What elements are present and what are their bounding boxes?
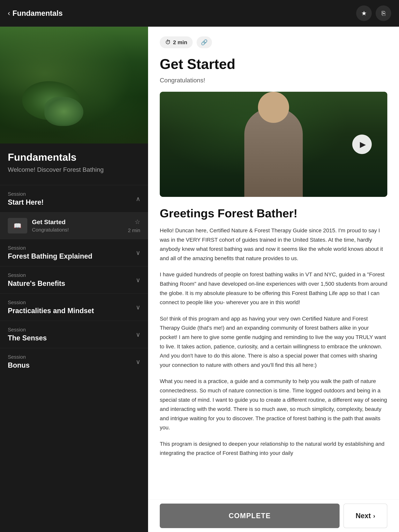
lesson-get-started[interactable]: 📖 Get Started Congratulations! ☆ 2 min (0, 212, 148, 239)
session-label-4: Session (8, 299, 94, 305)
bottom-buttons: COMPLETE Next › (148, 500, 399, 532)
next-label: Next (355, 512, 371, 520)
nav-actions: ★ ⎘ (356, 6, 391, 21)
content-title: Get Started (160, 56, 387, 72)
session-label-2: Session (8, 245, 92, 251)
session-title-practicalities: Practicalities and Mindset (8, 307, 94, 315)
session-label-group-6: Session Bonus (8, 354, 30, 369)
chevron-down-icon-2: ∨ (136, 249, 140, 256)
session-header-natures-benefits[interactable]: Session Nature's Benefits ∨ (0, 266, 148, 293)
share-button[interactable]: ⎘ (376, 6, 391, 21)
main-layout: Fundamentals Welcome! Discover Forest Ba… (0, 27, 399, 532)
time-badge: ⏱ 2 min (160, 36, 193, 48)
body-paragraph-2: I have guided hundreds of people on fore… (160, 270, 387, 307)
sidebar-info: Fundamentals Welcome! Discover Forest Ba… (0, 144, 148, 185)
time-label: 2 min (173, 39, 187, 45)
session-header-bonus[interactable]: Session Bonus ∨ (0, 348, 148, 375)
session-title-the-senses: The Senses (8, 334, 47, 342)
session-label-5: Session (8, 327, 47, 333)
video-background: ▶ (160, 92, 387, 197)
lesson-info: Get Started Congratulations! (32, 218, 123, 233)
session-title-bonus: Bonus (8, 361, 30, 369)
lesson-title: Get Started (32, 218, 123, 226)
session-label-group-3: Session Nature's Benefits (8, 272, 65, 288)
session-label-group: Session Start Here! (8, 191, 44, 206)
video-person-figure (244, 107, 303, 197)
session-item-bonus[interactable]: Session Bonus ∨ (0, 348, 148, 375)
clock-icon: ⏱ (165, 39, 171, 45)
lesson-thumbnail: 📖 (8, 218, 27, 234)
session-title-natures-benefits: Nature's Benefits (8, 279, 65, 287)
session-header-forest-bathing[interactable]: Session Forest Bathing Explained ∨ (0, 239, 148, 266)
content-congrats: Congratulations! (160, 77, 387, 84)
complete-button[interactable]: COMPLETE (160, 504, 340, 528)
hero-forest-image (0, 27, 148, 144)
content-time-row: ⏱ 2 min 🔗 (160, 36, 387, 48)
next-chevron-icon: › (373, 512, 375, 519)
sidebar: Fundamentals Welcome! Discover Forest Ba… (0, 27, 148, 532)
chevron-up-icon: ∧ (136, 195, 140, 203)
chevron-down-icon-3: ∨ (136, 276, 140, 284)
lesson-meta: ☆ 2 min (128, 218, 140, 234)
lesson-subtitle: Congratulations! (32, 227, 123, 233)
back-button[interactable]: ‹ Fundamentals (8, 9, 63, 18)
session-label-6: Session (8, 354, 30, 360)
sidebar-hero-image (0, 27, 148, 144)
session-label-3: Session (8, 272, 65, 278)
body-paragraph-5: This program is designed to deepen your … (160, 439, 387, 458)
course-subtitle: Welcome! Discover Forest Bathing (8, 166, 140, 173)
session-title-forest-bathing: Forest Bathing Explained (8, 252, 92, 260)
body-paragraph-4: What you need is a practice, a guide and… (160, 377, 387, 432)
book-icon: 📖 (14, 222, 21, 229)
play-icon: ▶ (360, 140, 366, 149)
next-button[interactable]: Next › (343, 504, 387, 528)
session-item-natures-benefits[interactable]: Session Nature's Benefits ∨ (0, 266, 148, 293)
star-icon: ★ (361, 10, 367, 17)
session-label: Session (8, 191, 44, 197)
share-icon: ⎘ (382, 10, 385, 17)
course-title: Fundamentals (8, 151, 140, 163)
link-icon: 🔗 (201, 39, 208, 45)
video-player[interactable]: ▶ (160, 92, 387, 197)
link-badge[interactable]: 🔗 (197, 36, 212, 48)
content-area: ⏱ 2 min 🔗 Get Started Congratulations! ▶… (148, 27, 399, 532)
lesson-star-icon[interactable]: ☆ (135, 218, 140, 226)
session-item-forest-bathing[interactable]: Session Forest Bathing Explained ∨ (0, 239, 148, 266)
session-item-practicalities[interactable]: Session Practicalities and Mindset ∨ (0, 293, 148, 321)
play-button[interactable]: ▶ (352, 134, 372, 154)
session-label-group-5: Session The Senses (8, 327, 47, 342)
chevron-down-icon-6: ∨ (136, 358, 140, 366)
session-header-practicalities[interactable]: Session Practicalities and Mindset ∨ (0, 294, 148, 321)
session-title-start-here: Start Here! (8, 198, 44, 206)
session-item-the-senses[interactable]: Session The Senses ∨ (0, 321, 148, 348)
chevron-down-icon-4: ∨ (136, 304, 140, 311)
session-item-start-here[interactable]: Session Start Here! ∧ 📖 Get Started Cong… (0, 185, 148, 239)
body-paragraph-1: Hello! Duncan here, Certified Nature & F… (160, 226, 387, 263)
lesson-duration: 2 min (128, 228, 140, 234)
back-arrow-icon: ‹ (8, 9, 10, 17)
nav-title: Fundamentals (13, 9, 63, 18)
top-nav: ‹ Fundamentals ★ ⎘ (0, 0, 399, 27)
body-paragraph-3: So! think of this program and app as hav… (160, 314, 387, 370)
session-header-start-here[interactable]: Session Start Here! ∧ (0, 185, 148, 212)
session-label-group-2: Session Forest Bathing Explained (8, 245, 92, 260)
chevron-down-icon-5: ∨ (136, 331, 140, 338)
session-header-the-senses[interactable]: Session The Senses ∨ (0, 321, 148, 348)
session-label-group-4: Session Practicalities and Mindset (8, 299, 94, 315)
section-title: Greetings Forest Bather! (160, 207, 387, 220)
favorite-button[interactable]: ★ (356, 6, 372, 21)
